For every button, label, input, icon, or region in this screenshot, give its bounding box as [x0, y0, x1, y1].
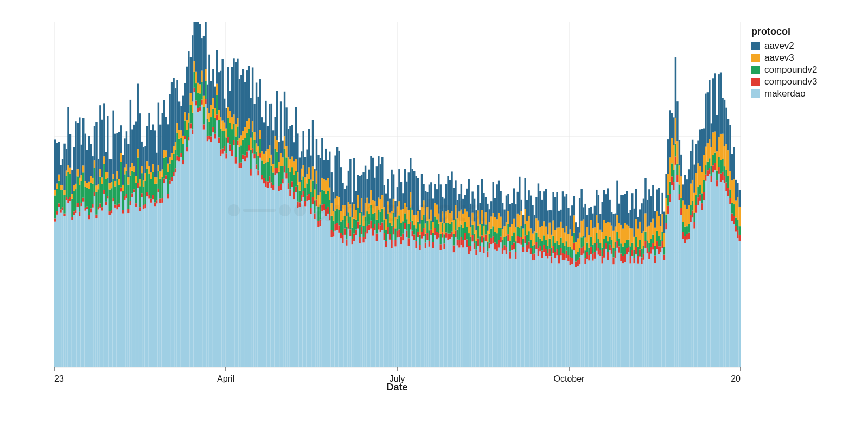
svg-rect-382 [193, 61, 195, 72]
svg-rect-934 [402, 240, 404, 367]
svg-rect-1701 [690, 205, 691, 215]
svg-rect-1613 [656, 190, 658, 212]
svg-rect-540 [253, 154, 255, 158]
svg-rect-911 [393, 213, 394, 227]
svg-rect-1746 [707, 162, 709, 170]
svg-rect-469 [227, 143, 229, 367]
svg-rect-938 [402, 193, 404, 209]
svg-rect-161 [111, 188, 112, 210]
svg-rect-864 [376, 241, 378, 367]
svg-rect-91 [84, 187, 86, 208]
svg-rect-1675 [680, 208, 682, 215]
svg-rect-850 [370, 221, 372, 229]
svg-rect-1551 [633, 250, 635, 258]
svg-rect-1442 [592, 228, 593, 245]
svg-rect-899 [389, 240, 391, 367]
svg-rect-379 [193, 92, 195, 367]
svg-rect-1513 [618, 204, 620, 223]
svg-rect-958 [410, 158, 411, 192]
svg-rect-1499 [615, 258, 616, 367]
svg-rect-344 [180, 157, 182, 367]
svg-rect-974 [417, 237, 419, 367]
svg-rect-1590 [648, 252, 650, 259]
svg-rect-733 [325, 149, 327, 180]
svg-rect-979 [419, 250, 420, 368]
svg-rect-1106 [466, 227, 468, 240]
svg-rect-73 [77, 123, 79, 169]
svg-rect-1822 [735, 201, 737, 218]
svg-rect-1058 [447, 176, 449, 210]
svg-rect-272 [152, 164, 154, 172]
svg-rect-172 [114, 181, 116, 186]
svg-rect-1501 [615, 242, 616, 251]
svg-rect-777 [342, 205, 343, 220]
svg-rect-299 [163, 183, 165, 367]
svg-rect-1714 [695, 213, 697, 367]
svg-rect-527 [248, 118, 250, 129]
svg-rect-860 [374, 224, 375, 230]
svg-rect-118 [94, 126, 95, 160]
svg-rect-560 [261, 175, 263, 180]
svg-rect-1542 [630, 228, 631, 246]
svg-rect-1188 [496, 184, 497, 219]
svg-rect-268 [150, 130, 152, 172]
svg-rect-921 [397, 219, 398, 231]
svg-rect-987 [421, 207, 423, 220]
svg-rect-819 [359, 243, 360, 367]
svg-rect-141 [103, 164, 105, 190]
svg-rect-351 [182, 144, 184, 160]
svg-rect-1626 [661, 232, 663, 241]
svg-rect-1407 [579, 233, 580, 248]
svg-rect-1548 [631, 193, 633, 228]
svg-rect-1387 [571, 236, 573, 249]
svg-rect-628 [285, 107, 287, 146]
svg-rect-1320 [547, 253, 548, 259]
svg-rect-1589 [648, 259, 650, 367]
svg-rect-804 [353, 241, 355, 367]
svg-rect-1640 [667, 206, 669, 214]
svg-rect-568 [263, 122, 265, 153]
svg-rect-88 [82, 118, 84, 165]
svg-rect-1758 [711, 123, 712, 147]
svg-rect-562 [261, 151, 263, 160]
svg-rect-293 [159, 125, 161, 172]
svg-rect-232 [137, 149, 138, 158]
svg-rect-456 [221, 131, 223, 148]
svg-rect-605 [278, 186, 279, 191]
svg-rect-1691 [686, 226, 687, 234]
svg-rect-57 [71, 194, 73, 199]
svg-rect-941 [404, 213, 406, 223]
svg-rect-936 [402, 221, 404, 233]
svg-rect-840 [366, 226, 368, 234]
svg-rect-121 [95, 192, 97, 215]
svg-rect-1414 [583, 254, 584, 367]
svg-rect-1364 [564, 260, 565, 367]
svg-rect-531 [250, 150, 251, 169]
svg-rect-399 [201, 105, 202, 367]
svg-rect-1696 [688, 224, 690, 233]
svg-rect-1689 [686, 240, 687, 367]
svg-rect-1377 [567, 234, 569, 247]
svg-rect-72 [77, 169, 79, 176]
svg-rect-155 [109, 211, 111, 215]
svg-rect-576 [267, 162, 269, 182]
svg-rect-61 [73, 191, 75, 211]
svg-rect-1143 [479, 203, 481, 225]
svg-rect-1610 [656, 241, 658, 249]
svg-rect-1110 [468, 246, 469, 254]
svg-rect-570 [265, 181, 266, 187]
svg-rect-1688 [684, 175, 686, 205]
svg-rect-990 [423, 228, 424, 236]
svg-rect-998 [425, 191, 426, 223]
svg-rect-1409 [580, 255, 582, 367]
svg-rect-461 [224, 131, 225, 146]
svg-rect-418 [207, 85, 208, 108]
svg-rect-917 [394, 217, 396, 228]
svg-rect-1744 [707, 176, 709, 367]
svg-rect-395 [199, 107, 201, 111]
svg-rect-642 [291, 157, 293, 168]
svg-rect-567 [263, 154, 265, 164]
svg-rect-445 [218, 137, 220, 143]
svg-rect-285 [158, 189, 159, 192]
svg-rect-1279 [532, 260, 533, 367]
